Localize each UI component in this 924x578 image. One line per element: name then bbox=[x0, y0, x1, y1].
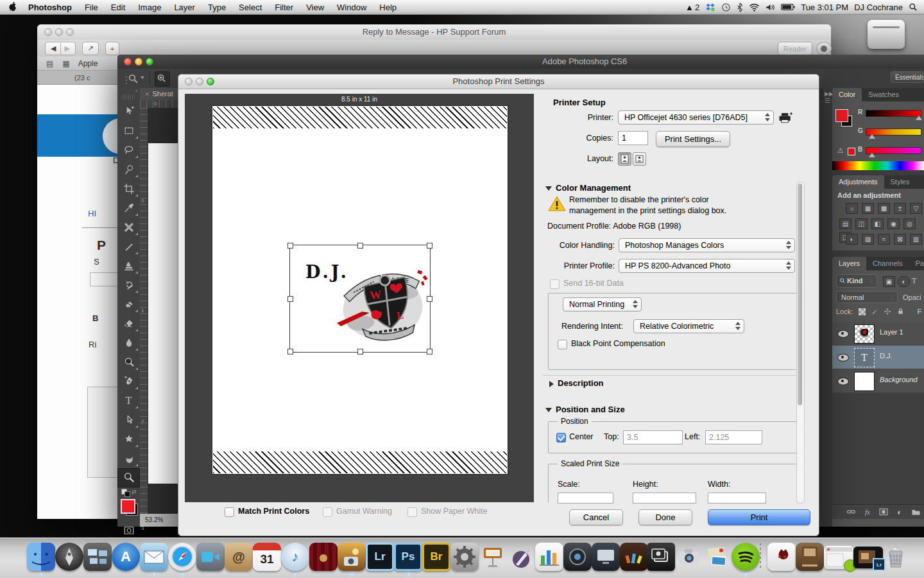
dock-mission-control[interactable] bbox=[83, 543, 112, 571]
curves-icon[interactable]: ▩ bbox=[878, 203, 890, 214]
tab-adjustments[interactable]: Adjustments bbox=[832, 175, 884, 189]
dock-spotify[interactable] bbox=[732, 543, 760, 571]
input-source-icon[interactable]: ▲2 bbox=[685, 1, 699, 13]
tab-layers[interactable]: Layers bbox=[832, 257, 866, 270]
back-icon[interactable]: ◀ bbox=[51, 44, 56, 53]
print-selection-box[interactable]: D.J. LOVE bbox=[289, 245, 431, 353]
menu-select[interactable]: Select bbox=[232, 3, 268, 12]
color-balance-icon[interactable]: ◫ bbox=[855, 218, 868, 229]
dodge-tool[interactable] bbox=[117, 353, 140, 372]
bookmark-apple[interactable]: Apple bbox=[78, 59, 98, 68]
print-settings-dialog[interactable]: Photoshop Print Settings 8.5 in x 11 in … bbox=[178, 74, 819, 536]
filter-type-layers-icon[interactable]: T bbox=[912, 276, 916, 286]
back-forward-buttons[interactable]: ◀ ▶ bbox=[45, 42, 76, 55]
printer-profile-dropdown[interactable]: HP PS 8200-Advanced Photo bbox=[619, 259, 795, 273]
menu-edit[interactable]: Edit bbox=[105, 3, 132, 12]
dock-mail[interactable] bbox=[140, 543, 168, 571]
zoom-tool-icon[interactable] bbox=[128, 73, 139, 84]
history-brush-tool[interactable] bbox=[117, 276, 140, 295]
menu-window[interactable]: Window bbox=[330, 3, 373, 12]
red-slider[interactable]: R bbox=[866, 110, 921, 116]
photoshop-titlebar[interactable]: Adobe Photoshop CS6 bbox=[117, 55, 924, 69]
tab-paths[interactable]: Paths bbox=[909, 257, 924, 270]
gamut-swatch[interactable] bbox=[848, 148, 855, 155]
clock[interactable]: Tue 3:01 PM bbox=[801, 3, 848, 12]
tab-styles[interactable]: Styles bbox=[884, 175, 916, 189]
dock-launchpad[interactable] bbox=[55, 543, 83, 571]
move-tool[interactable] bbox=[117, 102, 140, 121]
color-swatches[interactable] bbox=[117, 498, 140, 521]
menu-photoshop[interactable]: Photoshop bbox=[23, 3, 78, 12]
link-layers-icon[interactable] bbox=[846, 508, 856, 516]
close-icon[interactable] bbox=[44, 28, 52, 36]
zoom-window-icon[interactable] bbox=[66, 28, 74, 36]
new-group-icon[interactable] bbox=[911, 508, 921, 516]
done-button[interactable]: Done bbox=[638, 509, 692, 525]
description-heading[interactable]: Description bbox=[549, 378, 604, 388]
layout-landscape-button[interactable] bbox=[633, 152, 646, 166]
eraser-tool[interactable] bbox=[117, 295, 140, 314]
battery-icon[interactable] bbox=[781, 1, 795, 13]
zoom-tool[interactable] bbox=[117, 468, 140, 487]
visibility-eye-icon[interactable] bbox=[837, 330, 849, 338]
zoom-window-icon[interactable] bbox=[146, 58, 153, 66]
dock-bridge[interactable]: Br bbox=[422, 543, 450, 571]
hue-saturation-icon[interactable]: ▤ bbox=[839, 218, 851, 229]
lasso-tool[interactable] bbox=[117, 141, 140, 160]
adjustment-icons-row3[interactable]: ◐▨≈⊠▥ bbox=[844, 232, 924, 246]
layer-row-background[interactable]: Background bbox=[832, 369, 924, 393]
eyedropper-tool[interactable] bbox=[117, 198, 140, 218]
blend-mode-dropdown[interactable]: Normal bbox=[836, 291, 898, 303]
marquee-tool[interactable] bbox=[117, 121, 140, 141]
top-field[interactable]: 3.5 bbox=[623, 430, 683, 444]
dock-folder-artwork[interactable] bbox=[767, 543, 796, 571]
dock-app-store[interactable]: A bbox=[112, 543, 140, 571]
position-size-heading[interactable]: Position and Size bbox=[545, 405, 625, 414]
dock-trash[interactable] bbox=[882, 543, 910, 571]
dock-finder[interactable] bbox=[27, 543, 55, 571]
downloads-button[interactable] bbox=[816, 42, 832, 55]
document-canvas[interactable] bbox=[148, 108, 178, 514]
reading-list-icon[interactable]: ▤ bbox=[46, 59, 53, 68]
rendering-intent-dropdown[interactable]: Relative Colorimetric bbox=[633, 319, 744, 333]
width-field[interactable] bbox=[708, 493, 766, 504]
tools-grip[interactable] bbox=[123, 94, 135, 100]
crop-tool[interactable] bbox=[117, 179, 140, 198]
gamut-warning-checkbox[interactable] bbox=[323, 507, 332, 517]
foreground-color-swatch[interactable] bbox=[121, 499, 135, 514]
scale-field[interactable] bbox=[558, 493, 613, 504]
brush-tool[interactable] bbox=[117, 237, 140, 256]
filter-kind-dropdown[interactable]: Kind bbox=[836, 274, 877, 288]
external-drive-icon[interactable] bbox=[868, 20, 905, 49]
reader-button[interactable]: Reader bbox=[778, 42, 812, 55]
dock-contacts[interactable]: @ bbox=[225, 543, 253, 571]
dialog-titlebar[interactable]: Photoshop Print Settings bbox=[178, 74, 819, 89]
menu-type[interactable]: Type bbox=[201, 3, 232, 12]
layer1-thumbnail[interactable] bbox=[854, 324, 875, 344]
color-handling-dropdown[interactable]: Photoshop Manages Colors bbox=[619, 238, 795, 252]
dock-photos-stack[interactable] bbox=[703, 543, 732, 571]
channel-mixer-icon[interactable]: ◎ bbox=[903, 218, 916, 229]
menu-image[interactable]: Image bbox=[132, 3, 167, 12]
tool-preset-caret[interactable] bbox=[141, 76, 144, 79]
clone-stamp-tool[interactable] bbox=[117, 256, 140, 276]
black-point-checkbox[interactable] bbox=[558, 340, 567, 349]
close-icon[interactable] bbox=[124, 58, 132, 66]
menu-view[interactable]: View bbox=[300, 3, 330, 12]
dock-folder-book[interactable] bbox=[796, 543, 824, 571]
print-button[interactable]: Print bbox=[708, 509, 810, 525]
time-machine-icon[interactable] bbox=[721, 1, 731, 13]
invert-icon[interactable]: ◐ bbox=[846, 234, 858, 245]
apple-menu[interactable] bbox=[0, 1, 23, 13]
left-field[interactable]: 2.125 bbox=[705, 430, 762, 444]
tab-channels[interactable]: Channels bbox=[866, 257, 909, 270]
filter-adjustment-layers-icon[interactable]: ◐ bbox=[898, 276, 910, 287]
dock-lightroom[interactable]: Lr bbox=[366, 543, 394, 571]
dock-aperture[interactable] bbox=[563, 543, 592, 571]
bluetooth-icon[interactable] bbox=[737, 1, 743, 13]
minimize-icon[interactable] bbox=[55, 28, 63, 36]
background-thumbnail[interactable] bbox=[854, 372, 875, 391]
layer-mask-icon[interactable] bbox=[879, 508, 888, 516]
adjustment-icons-row1[interactable]: ☼▦▩±▽ bbox=[844, 202, 924, 215]
share-button[interactable]: ↗ bbox=[82, 42, 99, 55]
